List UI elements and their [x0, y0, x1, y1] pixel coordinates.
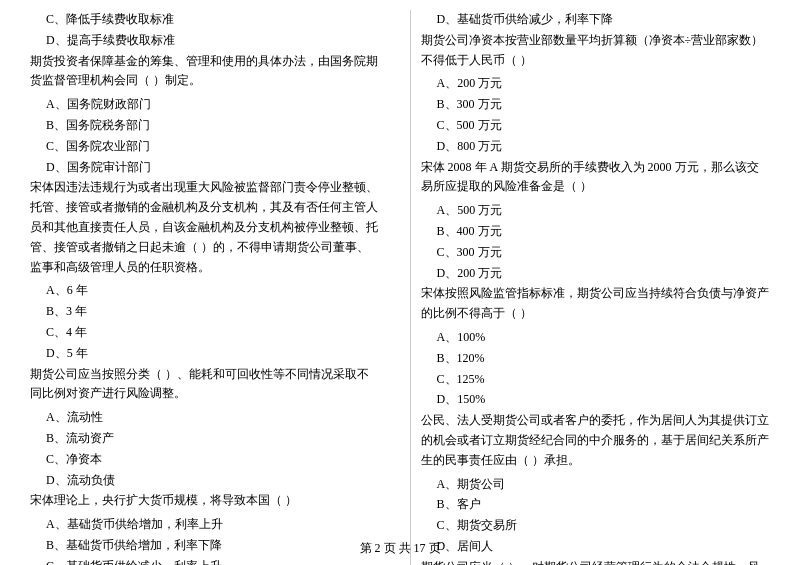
option-block: B、客户: [421, 495, 771, 515]
option-block: A、200 万元: [421, 74, 771, 94]
right-column: D、基础货币供给减少，利率下降期货公司净资本按营业部数量平均折算额（净资本÷营业…: [410, 10, 771, 565]
option-block: A、6 年: [30, 281, 380, 301]
option-block: C、500 万元: [421, 116, 771, 136]
content-columns: C、降低手续费收取标准D、提高手续费收取标准期货投资者保障基金的筹集、管理和使用…: [30, 10, 770, 565]
question-block: 宋体因违法违规行为或者出现重大风险被监督部门责令停业整顿、托管、接管或者撤销的金…: [30, 178, 380, 277]
option-block: A、流动性: [30, 408, 380, 428]
option-block: D、5 年: [30, 344, 380, 364]
option-block: C、净资本: [30, 450, 380, 470]
option-block: C、4 年: [30, 323, 380, 343]
option-block: C、降低手续费收取标准: [30, 10, 380, 30]
option-block: D、基础货币供给减少，利率下降: [421, 10, 771, 30]
option-block: D、流动负债: [30, 471, 380, 491]
option-block: D、200 万元: [421, 264, 771, 284]
option-block: C、国务院农业部门: [30, 137, 380, 157]
question-block: 宋体理论上，央行扩大货币规模，将导致本国（ ）: [30, 491, 380, 511]
option-block: A、基础货币供给增加，利率上升: [30, 515, 380, 535]
question-block: 期货公司净资本按营业部数量平均折算额（净资本÷营业部家数）不得低于人民币（ ）: [421, 31, 771, 71]
option-block: B、300 万元: [421, 95, 771, 115]
option-block: D、国务院审计部门: [30, 158, 380, 178]
option-block: C、期货交易所: [421, 516, 771, 536]
option-block: C、125%: [421, 370, 771, 390]
page-container: C、降低手续费收取标准D、提高手续费收取标准期货投资者保障基金的筹集、管理和使用…: [0, 0, 800, 565]
option-block: B、国务院税务部门: [30, 116, 380, 136]
option-block: A、500 万元: [421, 201, 771, 221]
option-block: A、国务院财政部门: [30, 95, 380, 115]
question-block: 期货公司应当（ ），对期货公司经营管理行为的合法合规性、风险管理进行直督。: [421, 558, 771, 565]
option-block: B、120%: [421, 349, 771, 369]
option-block: A、期货公司: [421, 475, 771, 495]
page-footer: 第 2 页 共 17 页: [0, 540, 800, 557]
option-block: B、流动资产: [30, 429, 380, 449]
option-block: D、提高手续费收取标准: [30, 31, 380, 51]
option-block: D、150%: [421, 390, 771, 410]
option-block: B、3 年: [30, 302, 380, 322]
question-block: 宋体按照风险监管指标标准，期货公司应当持续符合负债与净资产的比例不得高于（ ）: [421, 284, 771, 324]
option-block: A、100%: [421, 328, 771, 348]
page-number: 第 2 页 共 17 页: [360, 541, 441, 555]
question-block: 期货公司应当按照分类（ ）、能耗和可回收性等不同情况采取不同比例对资产进行风险调…: [30, 365, 380, 405]
option-block: B、400 万元: [421, 222, 771, 242]
option-block: C、基础货币供给减少，利率上升: [30, 557, 380, 565]
option-block: D、800 万元: [421, 137, 771, 157]
question-block: 宋体 2008 年 A 期货交易所的手续费收入为 2000 万元，那么该交易所应…: [421, 158, 771, 198]
option-block: C、300 万元: [421, 243, 771, 263]
question-block: 期货投资者保障基金的筹集、管理和使用的具体办法，由国务院期货监督管理机构会同（ …: [30, 52, 380, 92]
left-column: C、降低手续费收取标准D、提高手续费收取标准期货投资者保障基金的筹集、管理和使用…: [30, 10, 390, 565]
question-block: 公民、法人受期货公司或者客户的委托，作为居间人为其提供订立的机会或者订立期货经纪…: [421, 411, 771, 470]
